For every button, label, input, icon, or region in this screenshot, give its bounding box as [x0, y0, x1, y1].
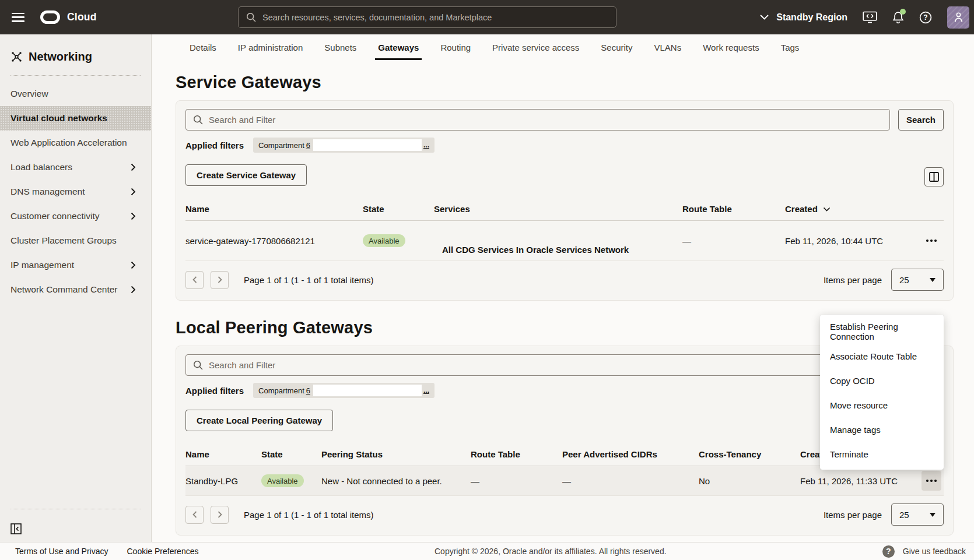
sidebar-item-label: Load balancers — [10, 162, 72, 172]
chevron-right-icon — [131, 261, 136, 269]
sg-search-filter[interactable] — [185, 109, 890, 131]
menu-item-establish-peering-connection[interactable]: Establish Peering Connection — [820, 319, 944, 344]
sg-items-per-page-select[interactable]: 25 — [891, 269, 944, 291]
tab-gateways[interactable]: Gateways — [376, 36, 421, 59]
cloud-shell-button[interactable] — [863, 11, 877, 23]
sidebar-item-virtual-cloud-networks[interactable]: Virtual cloud networks — [0, 106, 151, 131]
lpg-items-per-page-select[interactable]: 25 — [891, 503, 944, 526]
tab-routing[interactable]: Routing — [439, 36, 472, 59]
lpg-prev-page-button[interactable] — [185, 506, 204, 524]
networking-icon — [10, 51, 23, 63]
redacted-area — [313, 385, 422, 396]
lpg-next-page-button[interactable] — [211, 506, 229, 524]
menu-item-manage-tags[interactable]: Manage tags — [820, 417, 944, 442]
filter-chip-label: Compartment — [258, 386, 304, 395]
sidebar-item-overview[interactable]: Overview — [0, 82, 151, 106]
region-label: Standby Region — [776, 12, 847, 23]
sidebar-item-label: IP management — [10, 260, 74, 270]
filter-chip-more-link[interactable]: ... — [423, 386, 429, 395]
sg-search-input[interactable] — [209, 115, 882, 125]
menu-item-associate-route-table[interactable]: Associate Route Table — [820, 344, 944, 368]
terms-link[interactable]: Terms of Use and Privacy — [15, 547, 108, 556]
lpg-applied-filters-label: Applied filters — [185, 386, 244, 396]
menu-item-move-resource[interactable]: Move resource — [820, 393, 944, 417]
tab-security[interactable]: Security — [599, 36, 634, 59]
user-avatar[interactable] — [947, 6, 969, 29]
sg-next-page-button[interactable] — [211, 271, 229, 289]
chevron-right-icon — [131, 188, 136, 196]
tab-ip-administration[interactable]: IP administration — [236, 36, 304, 59]
region-selector[interactable]: Standby Region — [760, 12, 847, 23]
tab-subnets[interactable]: Subnets — [323, 36, 358, 59]
sidebar-item-label: DNS management — [10, 186, 85, 197]
search-icon — [193, 115, 203, 125]
chevron-left-icon — [192, 276, 197, 283]
sg-cell-services: All CDG Services In Oracle Services Netw… — [434, 245, 682, 260]
sidebar-item-customer-connectivity[interactable]: Customer connectivity — [0, 204, 151, 228]
table-row: Standby-LPG Available New - Not connecte… — [185, 466, 944, 496]
tab-details[interactable]: Details — [188, 36, 218, 59]
lpg-items-per-page-label: Items per page — [824, 510, 882, 520]
svg-text:?: ? — [923, 13, 927, 22]
chevron-right-icon — [218, 511, 222, 518]
menu-item-terminate[interactable]: Terminate — [820, 442, 944, 466]
cookie-preferences-link[interactable]: Cookie Preferences — [127, 547, 199, 556]
chevron-right-icon — [131, 212, 136, 220]
lpg-pagination-text: Page 1 of 1 (1 - 1 of 1 total items) — [244, 510, 374, 520]
tab-tags[interactable]: Tags — [779, 36, 801, 59]
notifications-button[interactable] — [892, 11, 904, 24]
lpg-cell-peer-advertised-cidrs: — — [562, 476, 699, 486]
hamburger-menu-button[interactable] — [12, 13, 24, 22]
tab-private-service-access[interactable]: Private service access — [490, 36, 581, 59]
lpg-search-input[interactable] — [209, 360, 882, 370]
sg-manage-columns-button[interactable] — [924, 167, 944, 186]
create-local-peering-gateway-button[interactable]: Create Local Peering Gateway — [185, 410, 333, 431]
footer-help-icon[interactable]: ? — [882, 545, 895, 558]
sidebar-header: Networking — [0, 34, 151, 64]
sidebar-item-network-command-center[interactable]: Network Command Center — [0, 277, 151, 302]
sidebar-item-label: Network Command Center — [10, 284, 117, 295]
help-button[interactable]: ? — [919, 11, 932, 24]
sidebar-item-dns-management[interactable]: DNS management — [0, 179, 151, 204]
lpg-pagination: Page 1 of 1 (1 - 1 of 1 total items) Ite… — [185, 503, 944, 526]
feedback-link[interactable]: Give us feedback — [903, 547, 966, 556]
tab-work-requests[interactable]: Work requests — [701, 36, 761, 59]
sg-search-button[interactable]: Search — [898, 109, 944, 131]
lpg-compartment-filter-chip[interactable]: Compartment 6 ... — [253, 383, 435, 398]
footer: Terms of Use and Privacy Cookie Preferen… — [0, 542, 974, 560]
sg-row-actions-button[interactable] — [922, 231, 941, 251]
status-badge: Available — [363, 234, 405, 247]
sidebar-item-cluster-placement-groups[interactable]: Cluster Placement Groups — [0, 228, 151, 253]
copyright-text: Copyright © 2026, Oracle and/or its affi… — [435, 547, 667, 556]
global-search[interactable] — [238, 6, 616, 28]
tab-vlans[interactable]: VLANs — [653, 36, 684, 59]
sg-applied-filters-label: Applied filters — [185, 140, 244, 150]
menu-item-copy-ocid[interactable]: Copy OCID — [820, 368, 944, 393]
sg-col-state: State — [363, 204, 434, 214]
lpg-row-actions-button[interactable] — [922, 471, 941, 491]
sidebar-item-ip-management[interactable]: IP management — [0, 253, 151, 277]
search-icon — [193, 360, 203, 370]
lpg-search-filter[interactable] — [185, 354, 890, 376]
lpg-col-route-table: Route Table — [471, 449, 562, 459]
sidebar-item-web-application-acceleration[interactable]: Web Application Acceleration — [0, 131, 151, 155]
filter-chip-label: Compartment — [258, 141, 304, 150]
help-icon: ? — [919, 11, 932, 24]
filter-chip-more-link[interactable]: ... — [423, 141, 429, 149]
sg-pagination: Page 1 of 1 (1 - 1 of 1 total items) Ite… — [185, 269, 944, 291]
collapse-sidebar-button[interactable] — [10, 523, 22, 534]
sg-cell-route-table: — — [682, 236, 785, 246]
sidebar-item-load-balancers[interactable]: Load balancers — [0, 155, 151, 179]
global-search-input[interactable] — [262, 13, 608, 22]
lpg-col-state: State — [261, 449, 321, 459]
columns-icon — [929, 172, 939, 182]
sidebar-title: Networking — [29, 50, 92, 64]
lpg-items-per-page-value: 25 — [899, 510, 909, 520]
sidebar-item-label: Overview — [10, 89, 48, 99]
create-service-gateway-button[interactable]: Create Service Gateway — [185, 164, 307, 186]
sidebar-item-label: Cluster Placement Groups — [10, 235, 117, 246]
sg-prev-page-button[interactable] — [185, 271, 204, 289]
caret-down-icon — [930, 278, 936, 282]
sg-col-created[interactable]: Created — [785, 204, 919, 214]
sg-compartment-filter-chip[interactable]: Compartment 6 ... — [253, 138, 435, 153]
